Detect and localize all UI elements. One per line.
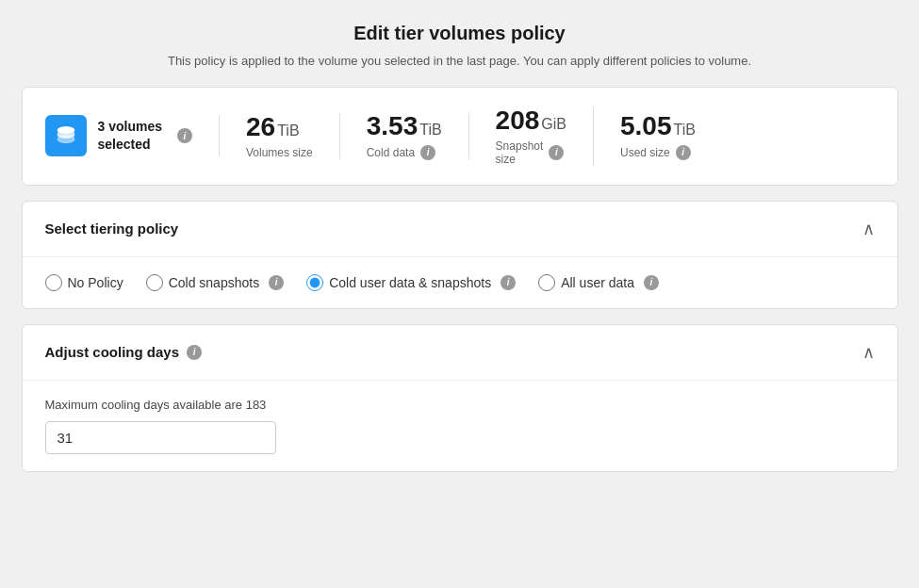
snapshot-size-stat: 208GiB Snapshotsize i: [469, 106, 594, 166]
cooling-days-title: Adjust cooling days i: [45, 344, 203, 360]
tiering-policy-header: Select tiering policy ∧: [23, 202, 897, 257]
stats-row: 3 volumesselected i 26TiB Volumes size 3…: [23, 88, 897, 185]
snapshot-info-icon[interactable]: i: [549, 145, 564, 160]
radio-all-user-data[interactable]: All user data i: [538, 274, 659, 291]
radio-all-user-data-input[interactable]: [538, 274, 555, 291]
cooling-days-content: Maximum cooling days available are 183: [23, 381, 897, 471]
volume-size-stat: 26TiB Volumes size: [220, 113, 340, 159]
radio-cold-user-data-snapshots[interactable]: Cold user data & snapshots i: [306, 274, 516, 291]
volumes-info-icon[interactable]: i: [177, 128, 192, 143]
volumes-icon: [45, 115, 87, 156]
used-size-stat: 5.05TiB Used size i: [594, 112, 722, 160]
cold-user-data-snapshots-info-icon[interactable]: i: [501, 275, 516, 290]
volume-size-value: 26TiB: [246, 113, 313, 142]
stats-card: 3 volumesselected i 26TiB Volumes size 3…: [22, 87, 898, 186]
cooling-days-header: Adjust cooling days i ∧: [23, 325, 897, 381]
svg-point-3: [57, 137, 74, 143]
cooling-days-collapse-icon[interactable]: ∧: [862, 342, 875, 363]
radio-cold-snapshots[interactable]: Cold snapshots i: [146, 274, 285, 291]
cold-data-label: Cold data i: [367, 145, 442, 160]
used-size-label: Used size i: [620, 145, 696, 160]
radio-all-user-data-label: All user data: [561, 275, 634, 290]
radio-no-policy-input[interactable]: [45, 274, 62, 291]
cold-snapshots-info-icon[interactable]: i: [269, 275, 284, 290]
cold-data-value: 3.53TiB: [367, 112, 442, 141]
radio-cold-user-data-snapshots-input[interactable]: [306, 274, 323, 291]
used-size-value: 5.05TiB: [620, 112, 696, 141]
tiering-policy-title: Select tiering policy: [45, 220, 179, 237]
volume-size-label: Volumes size: [246, 146, 313, 159]
radio-cold-snapshots-input[interactable]: [146, 274, 163, 291]
tiering-policy-radio-group: No Policy Cold snapshots i Cold user dat…: [45, 274, 875, 291]
radio-no-policy[interactable]: No Policy: [45, 274, 123, 291]
tiering-policy-collapse-icon[interactable]: ∧: [862, 219, 875, 239]
page-title: Edit tier volumes policy: [353, 23, 566, 44]
radio-cold-snapshots-label: Cold snapshots: [169, 275, 260, 290]
all-user-data-info-icon[interactable]: i: [644, 275, 659, 290]
cooling-days-input[interactable]: [45, 421, 276, 454]
volumes-count-label: 3 volumesselected: [98, 118, 163, 155]
volumes-selected: 3 volumesselected i: [45, 115, 221, 156]
snapshot-size-value: 208GiB: [496, 106, 566, 136]
tiering-policy-content: No Policy Cold snapshots i Cold user dat…: [23, 257, 897, 308]
cold-data-info-icon[interactable]: i: [420, 145, 435, 160]
used-size-info-icon[interactable]: i: [676, 145, 691, 160]
tiering-policy-card: Select tiering policy ∧ No Policy Cold s…: [22, 201, 898, 309]
snapshot-size-label: Snapshotsize i: [496, 139, 566, 166]
radio-no-policy-label: No Policy: [68, 275, 123, 290]
cooling-days-max-note: Maximum cooling days available are 183: [45, 398, 875, 412]
cold-data-stat: 3.53TiB Cold data i: [340, 112, 469, 160]
radio-cold-user-data-snapshots-label: Cold user data & snapshots: [329, 275, 491, 290]
page-subtitle: This policy is applied to the volume you…: [168, 54, 751, 68]
cooling-days-card: Adjust cooling days i ∧ Maximum cooling …: [22, 324, 898, 472]
cooling-days-info-icon[interactable]: i: [187, 345, 202, 360]
